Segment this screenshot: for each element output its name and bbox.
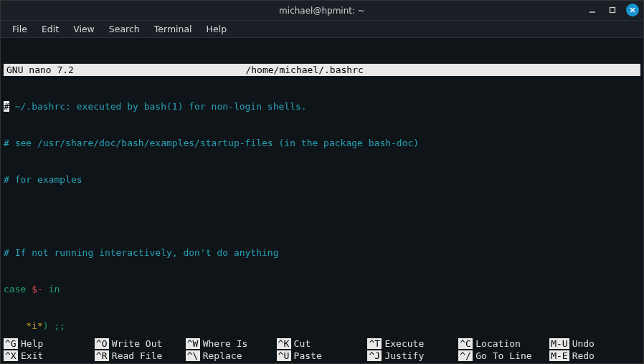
- window-title: michael@hpmint: ~: [279, 6, 365, 16]
- minimize-button[interactable]: [586, 4, 599, 16]
- file-line: # If not running interactively, don't do…: [4, 246, 640, 259]
- shortcut-undo: M-UUndo: [549, 338, 640, 349]
- file-line: # for examples: [4, 173, 640, 186]
- window-controls: [586, 4, 639, 16]
- nano-shortcut-bar: ^GHelp ^OWrite Out ^WWhere Is ^KCut ^TEx…: [1, 337, 643, 363]
- shortcut-cut: ^KCut: [277, 338, 368, 349]
- shortcut-paste: ^UPaste: [277, 350, 368, 361]
- shortcut-writeout: ^OWrite Out: [95, 338, 186, 349]
- maximize-button[interactable]: [606, 4, 619, 16]
- shortcut-readfile: ^RRead File: [95, 350, 186, 361]
- shortcut-justify: ^JJustify: [367, 350, 458, 361]
- cursor: #: [4, 101, 9, 112]
- shortcut-replace: ^\Replace: [186, 350, 277, 361]
- terminal-area[interactable]: GNU nano 7.2 /home/michael/.bashrc # ~/.…: [1, 38, 643, 337]
- menu-view[interactable]: View: [66, 21, 102, 37]
- shortcut-gotoline: ^/Go To Line: [458, 350, 549, 361]
- shortcut-execute: ^TExecute: [367, 338, 458, 349]
- menubar: File Edit View Search Terminal Help: [1, 21, 643, 38]
- file-line: # see /usr/share/doc/bash/examples/start…: [4, 137, 640, 149]
- nano-header: GNU nano 7.2 /home/michael/.bashrc: [4, 64, 640, 76]
- menu-file[interactable]: File: [5, 21, 34, 37]
- window-titlebar: michael@hpmint: ~: [1, 1, 643, 21]
- menu-help[interactable]: Help: [199, 21, 235, 37]
- nano-filepath: /home/michael/.bashrc: [245, 64, 577, 76]
- shortcut-exit: ^XExit: [4, 350, 95, 361]
- shortcut-location: ^CLocation: [458, 338, 549, 349]
- file-line: [4, 210, 640, 222]
- file-line: *i*) ;;: [4, 320, 640, 332]
- menu-edit[interactable]: Edit: [34, 21, 66, 37]
- shortcut-help: ^GHelp: [4, 338, 95, 349]
- close-button[interactable]: [626, 4, 639, 16]
- menu-search[interactable]: Search: [102, 21, 147, 37]
- shortcut-row: ^XExit ^RRead File ^\Replace ^UPaste ^JJ…: [4, 350, 640, 362]
- file-line: # ~/.bashrc: executed by bash(1) for non…: [4, 100, 640, 112]
- file-line: case $- in: [4, 283, 640, 295]
- shortcut-whereis: ^WWhere Is: [186, 338, 277, 349]
- shortcut-row: ^GHelp ^OWrite Out ^WWhere Is ^KCut ^TEx…: [4, 337, 640, 350]
- svg-rect-1: [610, 8, 615, 13]
- menu-terminal[interactable]: Terminal: [147, 21, 199, 37]
- nano-app-name: GNU nano 7.2: [4, 64, 245, 76]
- shortcut-redo: M-ERedo: [549, 350, 640, 361]
